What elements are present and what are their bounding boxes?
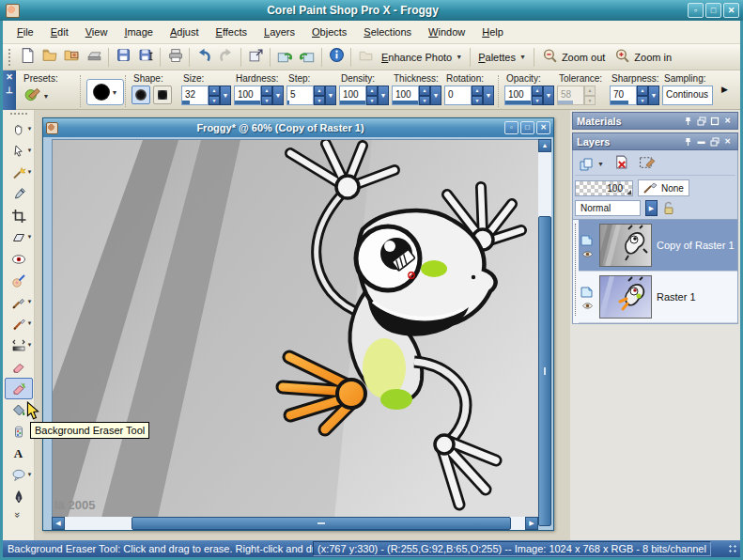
tool-dropper[interactable] [5, 183, 33, 205]
spin-down-button[interactable]: ▼ [366, 96, 378, 106]
undo-button[interactable] [193, 46, 215, 69]
layer-opacity-input[interactable]: 100 [575, 180, 633, 196]
step-input[interactable]: 5 [286, 86, 314, 105]
layer-thumbnail[interactable] [599, 224, 652, 267]
tool-straighten[interactable]: ▼ [5, 226, 33, 248]
blend-mode-select[interactable]: Normal [575, 200, 641, 216]
slider-drop-button[interactable]: ▼ [272, 86, 284, 105]
options-close-icon[interactable]: ✕ [6, 72, 13, 82]
spin-up-button[interactable]: ▲ [209, 86, 220, 96]
spin-down-button[interactable]: ▼ [419, 96, 430, 106]
spin-up-button[interactable]: ▲ [261, 86, 272, 96]
shape-square-button[interactable] [153, 86, 172, 104]
tool-lighten-darken[interactable]: ▼ [5, 334, 33, 356]
spin-down-button[interactable]: ▼ [637, 96, 648, 106]
tool-pick[interactable]: ▼ [5, 140, 33, 162]
slider-drop-button[interactable]: ▼ [543, 86, 554, 105]
rotate-right-button[interactable] [296, 46, 318, 69]
help-info-button[interactable] [325, 46, 348, 69]
tool-pen[interactable] [5, 486, 33, 507]
spin-up-button[interactable]: ▲ [366, 86, 378, 96]
thickness-input[interactable]: 100 [392, 86, 419, 105]
slider-drop-button[interactable]: ▼ [430, 86, 441, 105]
spin-up-button[interactable]: ▲ [472, 86, 483, 96]
more-tools-chevron-icon[interactable]: » [13, 512, 24, 518]
new-layer-button[interactable]: ▼ [579, 157, 604, 172]
maximize-icon[interactable] [708, 115, 720, 127]
options-pin-icon[interactable]: ⊥ [6, 86, 13, 95]
menu-item-edit[interactable]: Edit [42, 23, 77, 41]
unlock-icon[interactable] [662, 201, 675, 215]
layers-panel-header[interactable]: Layers ▬ ✕ [572, 132, 738, 150]
save-as-button[interactable] [134, 46, 157, 69]
tool-pan[interactable]: ▼ [5, 118, 33, 140]
browse-button[interactable] [60, 46, 83, 69]
spin-down-button[interactable]: ▼ [472, 96, 483, 106]
edit-selection-button[interactable] [639, 154, 657, 174]
resize-button[interactable] [244, 46, 267, 69]
menu-item-objects[interactable]: Objects [303, 23, 355, 41]
menu-item-adjust[interactable]: Adjust [162, 23, 208, 41]
tool-text[interactable]: A [5, 443, 33, 464]
layer-link-button[interactable]: None [638, 179, 689, 196]
tool-crop[interactable] [5, 205, 33, 226]
minimize-icon[interactable]: ▬ [695, 135, 707, 148]
spin-down-button[interactable]: ▼ [314, 96, 325, 106]
vertical-scrollbar[interactable]: ▲ ▼ [538, 139, 551, 517]
menu-item-selections[interactable]: Selections [355, 23, 420, 41]
pin-icon[interactable] [682, 135, 694, 148]
options-overflow-arrow-icon[interactable]: ▶ [721, 85, 728, 94]
layer-visibility-eye-icon[interactable] [581, 250, 594, 258]
maximize-button[interactable]: □ [705, 3, 721, 18]
menu-item-view[interactable]: View [77, 23, 116, 41]
pin-icon[interactable] [682, 115, 694, 127]
sampling-select[interactable]: Continous [662, 86, 713, 105]
zoom-in-button[interactable]: Zoom in [610, 48, 676, 66]
menu-item-window[interactable]: Window [420, 23, 473, 41]
zoom-out-button[interactable]: Zoom out [537, 48, 610, 66]
brush-tip-dropdown[interactable]: ▼ [86, 79, 124, 105]
horizontal-scrollbar[interactable]: ◀ ▶ [52, 517, 538, 530]
organizer-button[interactable] [354, 46, 377, 69]
menu-item-effects[interactable]: Effects [208, 23, 255, 41]
enhance-photo-button[interactable]: Enhance Photo ▼ [377, 52, 467, 63]
toolbar-grip[interactable] [8, 48, 12, 67]
open-image-button[interactable] [38, 46, 60, 69]
close-button[interactable]: ✕ [723, 3, 739, 18]
scroll-left-icon[interactable]: ◀ [52, 517, 65, 530]
opacity-slider-handle[interactable] [627, 190, 631, 194]
layer-row-raster-1[interactable]: Raster 1 [579, 272, 737, 323]
menu-item-help[interactable]: Help [473, 23, 512, 41]
spin-up-button[interactable]: ▲ [637, 86, 648, 96]
menu-item-layers[interactable]: Layers [255, 23, 303, 41]
slider-drop-button[interactable]: ▼ [325, 86, 336, 105]
close-icon[interactable]: ✕ [721, 115, 734, 127]
scroll-up-icon[interactable]: ▲ [538, 139, 551, 152]
size-input[interactable]: 32 [181, 86, 209, 105]
tool-clone-brush[interactable]: ▼ [5, 291, 33, 313]
canvas[interactable]: lä 2005 [52, 139, 538, 517]
menu-item-image[interactable]: Image [116, 23, 162, 41]
save-button[interactable] [112, 46, 134, 69]
spin-down-button[interactable]: ▼ [532, 96, 543, 106]
slider-drop-button[interactable]: ▼ [648, 86, 659, 105]
minimize-button[interactable]: ▫ [688, 3, 704, 18]
restore-icon[interactable] [695, 115, 707, 127]
slider-drop-button[interactable]: ▼ [483, 86, 494, 105]
sharpness-input[interactable]: 70 [610, 86, 637, 105]
scan-button[interactable] [83, 46, 105, 69]
spin-up-button[interactable]: ▲ [532, 86, 543, 96]
resize-grip-icon[interactable] [728, 544, 737, 553]
spin-down-button[interactable]: ▼ [261, 96, 272, 106]
spin-down-button[interactable]: ▼ [209, 96, 220, 106]
layer-row-copy-of-raster-1[interactable]: Copy of Raster 1 [579, 220, 737, 272]
tool-background-eraser[interactable] [5, 378, 33, 399]
slider-drop-button[interactable]: ▼ [378, 86, 389, 105]
blend-mode-arrow-icon[interactable]: ▶ [645, 200, 658, 216]
menu-item-file[interactable]: File [8, 23, 42, 41]
tool-eraser[interactable] [5, 356, 33, 378]
opacity-input[interactable]: 100 [504, 86, 532, 105]
density-input[interactable]: 100 [339, 86, 366, 105]
materials-panel-header[interactable]: Materials ✕ [572, 112, 738, 130]
palettes-button[interactable]: Palettes ▼ [473, 52, 531, 63]
